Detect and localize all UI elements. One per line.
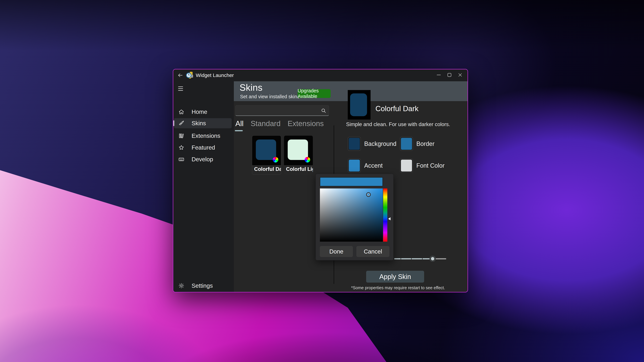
restart-footnote: *Some properties may require restart to … (348, 285, 448, 290)
sidebar-item-settings[interactable]: Settings (174, 281, 232, 291)
search-input[interactable] (238, 105, 318, 115)
skin-card-label: Colorful Dark (254, 166, 281, 172)
tab-extensions[interactable]: Extensions (288, 119, 324, 128)
cancel-button[interactable]: Cancel (356, 246, 389, 257)
apply-skin-button[interactable]: Apply Skin (366, 271, 424, 283)
swatch-background: Background (348, 137, 396, 151)
sidebar-item-featured[interactable]: Featured (174, 142, 232, 153)
skin-card-label: Colorful Light (286, 166, 313, 172)
paintbrush-icon (178, 120, 184, 126)
tab-standard[interactable]: Standard (250, 119, 281, 128)
window-title: Widget Launcher (196, 69, 234, 81)
sidebar-item-extensions[interactable]: Extensions (174, 131, 232, 141)
color-picker-popup: Done Cancel (316, 174, 394, 260)
hue-marker[interactable] (388, 217, 390, 220)
selected-skin-description: Simple and clean. For use with darker co… (346, 121, 450, 127)
active-tab-indicator (235, 130, 243, 131)
sidebar-item-label: Home (192, 108, 207, 115)
minimize-button[interactable] (433, 71, 444, 79)
window-controls (433, 71, 466, 79)
swatch-label: Border (416, 140, 434, 147)
skin-card-list: Colorful Dark Colorful Light (252, 136, 313, 175)
skin-card-colorful-dark[interactable]: Colorful Dark (252, 136, 281, 175)
done-button[interactable]: Done (320, 246, 353, 257)
hamburger-menu-button[interactable] (176, 85, 185, 92)
close-button[interactable] (455, 71, 466, 79)
sidebar: Home Skins Extensions Featured (173, 81, 234, 292)
keyboard-icon (178, 156, 184, 162)
background-color-swatch[interactable] (348, 137, 361, 151)
accent-color-swatch[interactable] (348, 159, 361, 173)
skin-thumbnail (284, 136, 313, 165)
sidebar-item-label: Extensions (192, 132, 220, 139)
swatch-accent: Accent (348, 159, 383, 173)
sidebar-item-home[interactable]: Home (174, 107, 232, 117)
gear-icon (178, 283, 184, 289)
titlebar: Widget Launcher (173, 69, 468, 81)
sidebar-item-label: Skins (192, 120, 206, 127)
border-color-swatch[interactable] (400, 137, 413, 151)
swatch-border: Border (400, 137, 434, 151)
swatch-label: Background (364, 140, 396, 147)
saturation-value-area[interactable] (320, 188, 383, 242)
desktop: Widget Launcher Home (0, 0, 644, 362)
color-wheel-icon (305, 157, 310, 162)
skin-filter-tabs: All Standard Extensions (235, 119, 324, 128)
swatch-label: Accent (364, 162, 383, 169)
color-preview-bar (320, 177, 383, 186)
sidebar-item-label: Featured (192, 144, 215, 151)
opacity-slider-track[interactable] (394, 258, 446, 259)
app-icon (186, 71, 194, 79)
app-window: Widget Launcher Home (173, 69, 468, 292)
sidebar-item-skins[interactable]: Skins (174, 118, 232, 128)
color-selector-ring[interactable] (366, 192, 371, 197)
page-subtitle: Set and view installed skins (240, 94, 300, 99)
search-icon[interactable] (321, 108, 326, 114)
swatch-font-color: Font Color (400, 159, 444, 173)
skin-thumbnail (252, 136, 281, 165)
home-icon (178, 109, 184, 115)
skin-card-colorful-light[interactable]: Colorful Light (284, 136, 313, 175)
back-button[interactable] (176, 72, 184, 79)
selection-indicator (173, 120, 174, 126)
sidebar-item-label: Settings (192, 282, 213, 289)
upgrades-available-button[interactable]: Upgrades Available (298, 89, 331, 98)
page-title: Skins (240, 82, 262, 93)
color-wheel-icon (273, 157, 278, 162)
star-icon (178, 145, 184, 151)
sidebar-item-develop[interactable]: Develop (174, 154, 232, 164)
swatch-label: Font Color (416, 162, 444, 169)
search-box (235, 105, 329, 116)
hue-strip[interactable] (383, 188, 387, 242)
maximize-button[interactable] (444, 71, 455, 79)
selected-skin-thumbnail (348, 90, 370, 120)
sidebar-item-label: Develop (192, 156, 213, 163)
font-color-swatch[interactable] (400, 159, 413, 173)
tab-all[interactable]: All (235, 119, 244, 128)
opacity-slider-thumb[interactable] (430, 256, 436, 262)
books-icon (178, 133, 184, 139)
selected-skin-title: Colorful Dark (376, 104, 418, 113)
